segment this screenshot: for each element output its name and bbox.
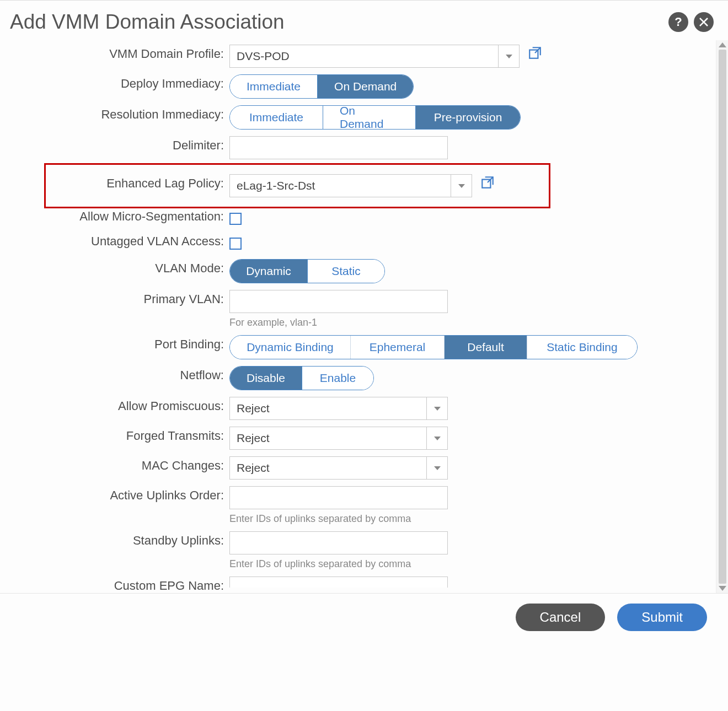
- standby-uplinks-hint: Enter IDs of uplinks separated by comma: [229, 558, 713, 570]
- label-vlan-mode: VLAN Mode:: [0, 257, 229, 276]
- row-allow-promiscuous: Allow Promiscuous: Reject: [0, 395, 713, 422]
- row-deploy-immediacy: Deploy Immediacy: Immediate On Demand: [0, 72, 713, 101]
- allow-micro-checkbox[interactable]: [229, 213, 242, 225]
- row-mac-changes: MAC Changes: Reject: [0, 454, 713, 482]
- scrollbar[interactable]: [716, 40, 728, 593]
- scroll-up-icon[interactable]: [719, 42, 726, 47]
- content-wrap: VMM Domain Profile: DVS-POD Deploy Immed…: [0, 40, 728, 593]
- label-forged-transmits: Forged Transmits:: [0, 424, 229, 443]
- row-active-uplinks: Active Uplinks Order: Enter IDs of uplin…: [0, 484, 713, 527]
- row-vlan-mode: VLAN Mode: Dynamic Static: [0, 257, 713, 286]
- allow-promiscuous-select[interactable]: Reject: [229, 397, 448, 420]
- untagged-vlan-checkbox[interactable]: [229, 238, 242, 250]
- label-deploy-immediacy: Deploy Immediacy:: [0, 72, 229, 91]
- primary-vlan-input[interactable]: [229, 290, 448, 313]
- label-enhanced-lag: Enhanced Lag Policy:: [0, 172, 229, 191]
- header-icons: ?: [668, 12, 714, 32]
- netflow-enable-option[interactable]: Enable: [302, 367, 373, 390]
- vlan-dynamic-option[interactable]: Dynamic: [230, 260, 307, 283]
- dialog-footer: Cancel Submit: [0, 593, 728, 638]
- label-domain-profile: VMM Domain Profile:: [0, 42, 229, 61]
- domain-profile-select[interactable]: DVS-POD: [229, 45, 520, 68]
- chevron-down-icon[interactable]: [426, 457, 447, 479]
- chevron-down-icon[interactable]: [451, 175, 472, 197]
- popout-icon[interactable]: [528, 46, 542, 60]
- netflow-disable-option[interactable]: Disable: [230, 367, 302, 390]
- cancel-button[interactable]: Cancel: [516, 604, 606, 631]
- resolution-preprovision-option[interactable]: Pre-provision: [415, 106, 520, 129]
- label-netflow: Netflow:: [0, 364, 229, 383]
- dialog-header: Add VMM Domain Association ?: [0, 1, 728, 40]
- port-binding-toggle: Dynamic Binding Ephemeral Default Static…: [229, 335, 638, 359]
- row-resolution-immediacy: Resolution Immediacy: Immediate On Deman…: [0, 103, 713, 132]
- label-port-binding: Port Binding:: [0, 333, 229, 352]
- label-standby-uplinks: Standby Uplinks:: [0, 529, 229, 548]
- row-primary-vlan: Primary VLAN: For example, vlan-1: [0, 288, 713, 331]
- label-allow-micro: Allow Micro-Segmentation:: [0, 207, 229, 224]
- close-icon[interactable]: [694, 12, 714, 32]
- vlan-static-option[interactable]: Static: [307, 260, 384, 283]
- deploy-ondemand-option[interactable]: On Demand: [317, 75, 413, 98]
- row-custom-epg: Custom EPG Name:: [0, 574, 713, 593]
- row-standby-uplinks: Standby Uplinks: Enter IDs of uplinks se…: [0, 529, 713, 572]
- deploy-immediacy-toggle: Immediate On Demand: [229, 74, 414, 99]
- form-area: VMM Domain Profile: DVS-POD Deploy Immed…: [0, 40, 716, 593]
- label-resolution-immediacy: Resolution Immediacy:: [0, 103, 229, 122]
- scroll-thumb[interactable]: [719, 50, 726, 584]
- label-mac-changes: MAC Changes:: [0, 454, 229, 473]
- label-custom-epg: Custom EPG Name:: [0, 574, 229, 593]
- chevron-down-icon[interactable]: [426, 397, 447, 419]
- port-dynamic-option[interactable]: Dynamic Binding: [230, 336, 350, 359]
- popout-icon[interactable]: [480, 175, 495, 190]
- label-active-uplinks: Active Uplinks Order:: [0, 484, 229, 503]
- custom-epg-input[interactable]: [229, 577, 448, 588]
- row-domain-profile: VMM Domain Profile: DVS-POD: [0, 42, 713, 70]
- delimiter-input[interactable]: [229, 136, 448, 159]
- standby-uplinks-input[interactable]: [229, 531, 448, 554]
- resolution-immediacy-toggle: Immediate On Demand Pre-provision: [229, 105, 521, 130]
- add-vmm-domain-dialog: Add VMM Domain Association ? VMM Domain …: [0, 0, 728, 638]
- row-delimiter: Delimiter:: [0, 134, 713, 164]
- mac-changes-select[interactable]: Reject: [229, 456, 448, 480]
- active-uplinks-hint: Enter IDs of uplinks separated by comma: [229, 513, 713, 525]
- label-allow-promiscuous: Allow Promiscuous:: [0, 395, 229, 413]
- resolution-immediate-option[interactable]: Immediate: [230, 106, 323, 129]
- deploy-immediate-option[interactable]: Immediate: [230, 75, 317, 98]
- dialog-title: Add VMM Domain Association: [10, 10, 285, 34]
- label-untagged-vlan: Untagged VLAN Access:: [0, 232, 229, 249]
- chevron-down-icon[interactable]: [426, 427, 447, 449]
- resolution-ondemand-option[interactable]: On Demand: [323, 106, 415, 129]
- row-untagged-vlan: Untagged VLAN Access:: [0, 232, 713, 255]
- forged-transmits-select[interactable]: Reject: [229, 427, 448, 450]
- port-default-option[interactable]: Default: [444, 336, 527, 359]
- row-forged-transmits: Forged Transmits: Reject: [0, 424, 713, 452]
- row-port-binding: Port Binding: Dynamic Binding Ephemeral …: [0, 333, 713, 362]
- port-static-option[interactable]: Static Binding: [527, 336, 637, 359]
- active-uplinks-input[interactable]: [229, 486, 448, 509]
- primary-vlan-hint: For example, vlan-1: [229, 317, 713, 328]
- row-allow-micro: Allow Micro-Segmentation:: [0, 207, 713, 230]
- row-enhanced-lag: Enhanced Lag Policy: eLag-1-Src-Dst: [0, 166, 713, 205]
- port-ephemeral-option[interactable]: Ephemeral: [350, 336, 444, 359]
- chevron-down-icon[interactable]: [498, 45, 519, 67]
- label-delimiter: Delimiter:: [0, 134, 229, 153]
- label-primary-vlan: Primary VLAN:: [0, 288, 229, 306]
- help-icon[interactable]: ?: [668, 12, 688, 32]
- row-netflow: Netflow: Disable Enable: [0, 364, 713, 392]
- scroll-down-icon[interactable]: [719, 586, 726, 591]
- submit-button[interactable]: Submit: [617, 604, 707, 631]
- enhanced-lag-select[interactable]: eLag-1-Src-Dst: [229, 174, 472, 197]
- vlan-mode-toggle: Dynamic Static: [229, 259, 385, 283]
- netflow-toggle: Disable Enable: [229, 366, 374, 390]
